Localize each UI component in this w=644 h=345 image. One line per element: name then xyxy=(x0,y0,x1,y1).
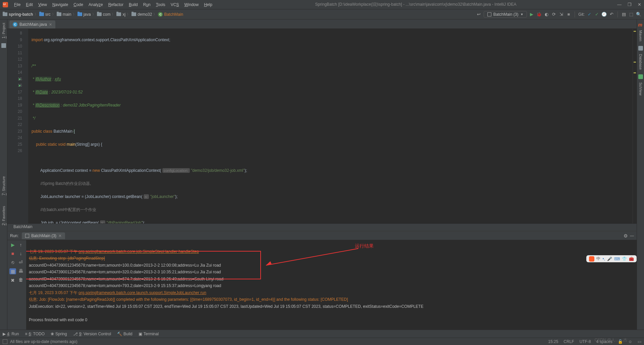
warning-marker[interactable] xyxy=(634,72,636,73)
token: "jobLauncher" xyxy=(149,194,175,199)
attach-button[interactable]: ⇲ xyxy=(558,12,564,17)
build-tab-button[interactable]: 🔨 Build xyxy=(117,332,132,336)
rerun-button[interactable]: ▶ xyxy=(9,242,16,248)
ime-cn-icon[interactable]: 中 xyxy=(596,256,600,262)
favorites-tool-button[interactable]: 2: Favorites xyxy=(1,204,6,227)
editor-breadcrumb[interactable]: BatchMain xyxy=(7,223,637,231)
editor-tabs: C BatchMain.java ✕ xyxy=(7,19,637,29)
menu-edit[interactable]: Edit xyxy=(24,2,35,8)
status-icon[interactable] xyxy=(3,339,7,344)
vcs-tab-button[interactable]: ⎇ 9: Version Control xyxy=(73,332,111,336)
exit-button[interactable]: ⎋ xyxy=(9,260,16,265)
layout-button[interactable]: ▦ xyxy=(9,268,16,274)
crumb-com[interactable]: com xyxy=(97,12,111,17)
editor-tab-batchmain[interactable]: C BatchMain.java ✕ xyxy=(9,20,55,28)
ime-skin-icon[interactable]: 👕 xyxy=(622,257,627,261)
coverage-button[interactable]: ◐ xyxy=(544,12,549,17)
run-tool-window: Run: BatchMain (3) ✕ ⚙ — ▶ ■ ⎋ xyxy=(7,231,637,330)
menu-file[interactable]: File xyxy=(12,2,22,8)
inspections-icon[interactable]: ☺ xyxy=(628,339,632,344)
todo-tab-button[interactable]: ≡ 6: TODO xyxy=(25,332,45,336)
line-number: 18 xyxy=(9,95,22,102)
code-content[interactable]: import org.springframework.context.suppo… xyxy=(28,29,633,223)
print-button[interactable]: 🖶 xyxy=(17,268,24,274)
crumb-src[interactable]: src xyxy=(39,12,51,17)
stop-button[interactable]: ■ xyxy=(566,12,571,17)
crumb-demo32[interactable]: demo32 xyxy=(131,12,152,17)
hide-icon[interactable]: — xyxy=(630,233,634,238)
run-button[interactable]: ▶ xyxy=(529,12,534,17)
maximize-button[interactable]: ❐ xyxy=(628,2,632,7)
debug-button[interactable]: 🐞 xyxy=(536,12,542,17)
ime-logo-icon[interactable] xyxy=(589,256,594,262)
menu-analyze[interactable]: Analyze xyxy=(87,2,105,8)
run-gutter-icon[interactable]: ▶ xyxy=(19,82,21,89)
warning-marker[interactable] xyxy=(634,62,636,63)
down-button[interactable]: ↓ xyxy=(17,251,24,256)
gear-icon[interactable]: ⚙ xyxy=(624,233,628,238)
close-tab-icon[interactable]: ✕ xyxy=(49,22,52,27)
spring-tab-button[interactable]: ❀ Spring xyxy=(51,332,67,336)
menu-help[interactable]: Help xyxy=(202,2,214,8)
crumb-main[interactable]: main xyxy=(57,12,71,17)
run-gutter-icon[interactable]: ▶ xyxy=(19,76,21,83)
run-tab[interactable]: BatchMain (3) ✕ xyxy=(22,232,65,239)
menu-refactor[interactable]: Refactor xyxy=(106,2,125,8)
ime-keyboard-icon[interactable]: ⌨ xyxy=(614,257,620,261)
sciview-tool-button[interactable]: SciView xyxy=(639,80,643,97)
database-tool-button[interactable]: Database xyxy=(639,52,643,72)
crumb-label: main xyxy=(63,12,71,17)
wrap-button[interactable]: ⏎ xyxy=(17,260,24,265)
git-revert-icon[interactable]: ↶ xyxy=(609,12,614,17)
menu-window[interactable]: Window xyxy=(182,2,201,8)
structure-tool-button[interactable]: 7: Structure xyxy=(1,174,6,197)
close-icon[interactable]: ✕ xyxy=(58,233,62,238)
crumb-xj[interactable]: xj xyxy=(116,12,125,17)
maven-icon[interactable]: m xyxy=(638,22,643,27)
database-icon[interactable] xyxy=(638,46,643,51)
ime-toolbox-icon[interactable]: 🧰 xyxy=(629,257,634,261)
back-icon[interactable]: ↩ xyxy=(476,12,482,17)
menu-navigate[interactable]: Navigate xyxy=(50,2,70,8)
file-encoding[interactable]: UTF-8 xyxy=(580,339,591,344)
menu-run[interactable]: Run xyxy=(141,2,153,8)
menu-tools[interactable]: Tools xyxy=(154,2,167,8)
menu-vcs[interactable]: VCS xyxy=(169,2,181,8)
git-history-icon[interactable]: 🕘 xyxy=(601,12,607,17)
caret-position[interactable]: 15:25 xyxy=(548,339,558,344)
log-line: JobExecution: id=22, version=2, startTim… xyxy=(29,304,423,309)
search-icon[interactable]: 🔍 xyxy=(636,12,641,17)
run-tab-button[interactable]: ▶ 4: Run xyxy=(3,332,19,336)
console-output[interactable]: 七月 19, 2023 3:05:07 下午 org.springframewo… xyxy=(26,240,637,330)
pin-button[interactable]: ✖ xyxy=(9,278,16,283)
structure-icon[interactable]: ▤ xyxy=(621,12,627,17)
crumb-java[interactable]: java xyxy=(77,12,91,17)
git-update-icon[interactable]: ✓ xyxy=(587,12,592,17)
close-button[interactable]: ✕ xyxy=(638,2,641,7)
crumb-project[interactable]: spring-batch xyxy=(3,12,33,17)
stop-button[interactable]: ■ xyxy=(9,251,16,256)
project-tool-button[interactable]: 1: Project xyxy=(1,21,6,41)
ime-mic-icon[interactable]: 🎤 xyxy=(607,257,612,261)
line-separator[interactable]: CRLF xyxy=(564,339,574,344)
open-icon[interactable]: ⬚ xyxy=(629,12,634,17)
code-editor[interactable]: 8 9 10 11 12 13 14 15▶ 16▶ 17 18 19 20 2… xyxy=(7,29,637,223)
sciview-icon[interactable] xyxy=(638,74,643,79)
git-commit-icon[interactable]: ✓ xyxy=(594,12,599,17)
trash-button[interactable]: 🗑 xyxy=(17,277,24,282)
ime-punct-icon[interactable]: •, xyxy=(602,257,605,261)
memory-indicator[interactable]: ▭ xyxy=(638,339,641,344)
maven-tool-button[interactable]: Maven xyxy=(639,28,643,43)
folder-icon[interactable] xyxy=(1,43,6,48)
up-button[interactable]: ↑ xyxy=(17,242,24,248)
minimize-button[interactable]: — xyxy=(617,2,622,7)
menu-code[interactable]: Code xyxy=(71,2,85,8)
profile-button[interactable]: ⟳ xyxy=(551,12,556,17)
crumb-class[interactable]: CBatchMain xyxy=(158,12,183,17)
marker-bar[interactable] xyxy=(633,29,637,223)
menu-build[interactable]: Build xyxy=(127,2,140,8)
warning-marker[interactable] xyxy=(634,31,636,32)
run-config-selector[interactable]: BatchMain (3) ▼ xyxy=(484,11,527,18)
terminal-tab-button[interactable]: ▣ Terminal xyxy=(139,332,159,336)
menu-view[interactable]: View xyxy=(36,2,49,8)
